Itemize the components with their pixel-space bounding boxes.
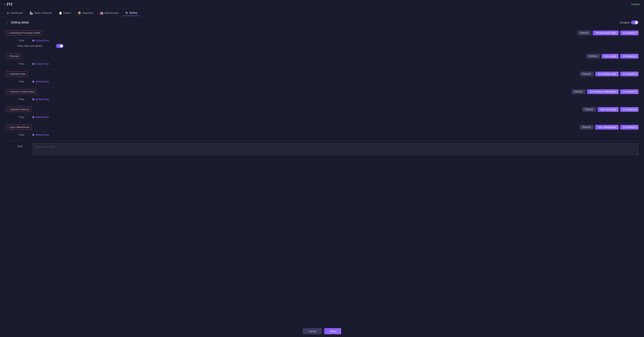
section-label-box-3[interactable]: ∨ Delivery Confirmation — [6, 89, 37, 94]
flow-link-4[interactable]: Default flow — [32, 116, 49, 118]
refresh-button-1[interactable]: Refresh — [586, 54, 600, 58]
cancel-button[interactable]: Cancel — [303, 328, 322, 334]
sales-channels-icon: 🏪 — [30, 12, 33, 14]
section-left-3: ∨ Delivery Confirmation — [6, 89, 37, 94]
section-label-box-1[interactable]: ∨ Receipt — [6, 54, 21, 58]
refresh-button-3[interactable]: Refresh — [572, 89, 586, 94]
page-header: ← Setting detail Enabled — [0, 17, 644, 27]
nav-item-orders[interactable]: 📋 Orders — [56, 10, 74, 16]
nav-item-shipment[interactable]: 📦 Shipment — [75, 10, 96, 16]
section-left-0: ∨ Download Purchase Order — [6, 30, 42, 35]
note-section: Note — [6, 141, 638, 155]
required-0: * — [17, 39, 18, 42]
section-download-purchase-order: ∨ Download Purchase Order Refresh Get pu… — [6, 29, 638, 51]
note-row: Note — [6, 143, 638, 155]
section-actions-1: Refresh Get receipt 10 minutes ▾ — [586, 54, 638, 58]
flow-label-2: * Flow — [17, 80, 29, 83]
section-header-sync-warehouse: ∨ Sync Warehouse Refresh Sync Warehouse … — [6, 123, 638, 131]
flow-link-1[interactable]: Default flow — [32, 62, 49, 65]
nav-item-sales-channels[interactable]: 🏪 Sales Channels — [27, 10, 55, 16]
note-input[interactable] — [32, 143, 638, 155]
enabled-toggle[interactable] — [631, 20, 638, 24]
flow-link-2[interactable]: Default flow — [32, 80, 49, 83]
required-5: * — [17, 134, 18, 136]
section-header-download-purchase-order: ∨ Download Purchase Order Refresh Get pu… — [6, 29, 638, 37]
header-enabled-area: Enabled — [620, 20, 638, 24]
refresh-button-4[interactable]: Refresh — [582, 107, 596, 112]
section-label-box-0[interactable]: ∨ Download Purchase Order — [6, 30, 42, 35]
time-button-3[interactable]: 10 minutes ▾ — [620, 89, 638, 94]
nav-label-warehouses: Warehouses — [104, 12, 119, 14]
time-label-1: 10 minutes — [622, 55, 634, 58]
action-button-4[interactable]: Sync inventory — [598, 107, 619, 112]
section-label-box-5[interactable]: ∨ Sync Warehouse — [6, 124, 32, 130]
section-body-4: * Flow Default flow — [6, 114, 638, 122]
allow-cancel-toggle[interactable] — [56, 44, 64, 48]
allow-cancel-slider — [56, 44, 64, 48]
flow-dot-0 — [32, 40, 34, 42]
section-header-delivery-note: ∨ Delivery Note Refresh Get delivery not… — [6, 70, 638, 78]
chevron-icon-5: ∨ — [7, 126, 9, 128]
time-chevron-4: ▾ — [635, 108, 636, 111]
allow-cancel-label: Allow order cancellation — [17, 44, 53, 47]
nav-label-sales-channels: Sales Channels — [34, 12, 52, 14]
topbar: + ZYZ Enabled — [0, 0, 644, 9]
flow-link-0[interactable]: Default flow — [32, 39, 49, 42]
flow-link-3[interactable]: Default flow — [32, 98, 49, 101]
nav-item-setting[interactable]: ⚙ Setting — [123, 10, 140, 16]
allow-cancel-row: Allow order cancellation — [17, 44, 638, 48]
flow-dot-5 — [32, 134, 34, 136]
nav-item-warehouses[interactable]: 🏭 Warehouses — [97, 10, 122, 16]
setting-icon: ⚙ — [126, 11, 128, 14]
section-label-box-2[interactable]: ∨ Delivery Note — [6, 72, 28, 76]
dashboard-icon: ⊞ — [7, 12, 9, 14]
time-chevron-1: ▾ — [635, 55, 636, 58]
flow-link-5[interactable]: Default flow — [32, 133, 49, 136]
flow-field-row-2: * Flow Default flow — [17, 80, 638, 83]
action-button-1[interactable]: Get receipt — [602, 54, 619, 58]
flow-field-row-4: * Flow Default flow — [17, 116, 638, 118]
section-left-1: ∨ Receipt — [6, 54, 21, 58]
shipment-icon: 📦 — [78, 12, 81, 14]
time-button-4[interactable]: 10 minutes ▾ — [620, 107, 638, 112]
flow-label-5: * Flow — [17, 134, 29, 136]
flow-dot-4 — [32, 116, 34, 118]
action-button-5[interactable]: Sync Warehouse — [595, 125, 618, 130]
time-button-5[interactable]: 10 minutes ▾ — [620, 125, 638, 130]
section-actions-2: Refresh Get delivery note 10 minutes ▾ — [580, 72, 638, 76]
nav-item-dashboard[interactable]: ⊞ Dashboard — [4, 10, 26, 16]
chevron-icon-3: ∨ — [7, 90, 9, 93]
time-button-0[interactable]: 10 minutes ▾ — [620, 30, 638, 35]
section-upload-inventory: ∨ Upload Inventory Refresh Sync inventor… — [6, 105, 638, 122]
section-header-delivery-confirmation: ∨ Delivery Confirmation Refresh Get deli… — [6, 88, 638, 96]
flow-text-1: Default flow — [36, 62, 49, 65]
section-label-3: Delivery Confirmation — [10, 90, 34, 93]
note-label: Note — [17, 143, 29, 148]
required-1: * — [17, 62, 18, 65]
section-header-receipt: ∨ Receipt Refresh Get receipt 10 minutes… — [6, 52, 638, 60]
required-4: * — [17, 116, 18, 118]
flow-text-0: Default flow — [36, 39, 49, 42]
time-button-1[interactable]: 10 minutes ▾ — [620, 54, 638, 58]
section-actions-3: Refresh Get delivery confirmation 10 min… — [572, 89, 638, 94]
flow-field-row-3: * Flow Default flow — [17, 98, 638, 101]
page-title: Setting detail — [11, 21, 29, 24]
nav-label-orders: Orders — [63, 12, 71, 14]
section-body-1: * Flow Default flow — [6, 60, 638, 68]
action-button-0[interactable]: Get purchase order — [593, 30, 618, 35]
section-body-3: * Flow Default flow — [6, 96, 638, 104]
action-button-3[interactable]: Get delivery confirmation — [587, 89, 619, 94]
save-button[interactable]: Save — [324, 328, 341, 334]
refresh-button-0[interactable]: Refresh — [577, 30, 591, 35]
refresh-button-2[interactable]: Refresh — [580, 72, 594, 76]
flow-label-4: * Flow — [17, 116, 29, 118]
refresh-button-5[interactable]: Refresh — [580, 125, 594, 130]
section-actions-4: Refresh Sync inventory 10 minutes ▾ — [582, 107, 638, 112]
back-button[interactable]: ← — [6, 21, 9, 24]
section-receipt: ∨ Receipt Refresh Get receipt 10 minutes… — [6, 52, 638, 68]
time-button-2[interactable]: 10 minutes ▾ — [620, 72, 638, 76]
action-button-2[interactable]: Get delivery note — [595, 72, 619, 76]
flow-field-row-0: * Flow Default flow — [17, 39, 638, 42]
section-label-box-4[interactable]: ∨ Upload Inventory — [6, 107, 32, 112]
enabled-label: Enabled — [620, 21, 630, 24]
